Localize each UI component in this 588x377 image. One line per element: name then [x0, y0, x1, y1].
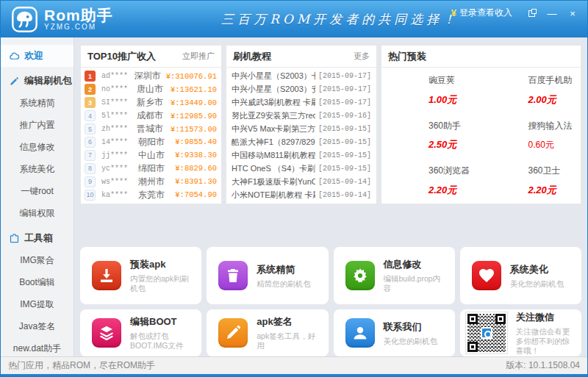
card-preinstall-apk[interactable]: 预装apk 内置您的apk到刷机包 — [80, 247, 201, 304]
preinstall-panel: 热门预装 豌豆荚1.00元 百度手机助2.00元 360助手2.50元 搜狗输入… — [381, 45, 581, 204]
sidebar-item-system-beautify[interactable]: 系统美化 — [1, 158, 74, 180]
tutorial-link[interactable]: 努比亚Z9安装第三方recovery教·[2015-09-16] — [226, 109, 376, 123]
tutorials-title: 刷机教程 — [233, 50, 271, 63]
close-button[interactable]: × — [564, 7, 581, 20]
slogan-text: 三百万ROM开发者的共同选择！ — [221, 11, 459, 28]
wechat-qr-code — [466, 312, 507, 353]
qr-center-logo — [481, 327, 492, 339]
tutorial-link[interactable]: HTC OneS （S4）卡刷第三方小··[2015-09-15] — [226, 162, 376, 175]
preinstall-offer[interactable]: 豌豆荚1.00元 — [381, 68, 481, 113]
sidebar-item-img-extract[interactable]: IMG提取 — [1, 293, 74, 315]
rank-badge: 5 — [85, 123, 96, 134]
trash-icon — [218, 261, 248, 290]
sidebar-item-edit-rom[interactable]: 编辑刷机包 — [1, 70, 74, 92]
sidebar-item-edit-permissions[interactable]: 编辑权限 — [1, 202, 74, 224]
sidebar: 欢迎 编辑刷机包 系统精简 推广内置 信息修改 系统美化 一键root 编辑权限… — [1, 37, 74, 356]
sidebar-item-system-trim[interactable]: 系统精简 — [1, 92, 74, 114]
skin-button[interactable] — [523, 7, 540, 20]
sidebar-item-java-sign[interactable]: Java签名 — [1, 315, 74, 337]
cloud-icon — [9, 51, 20, 62]
card-apk-sign[interactable]: apk签名 apk签名工具，好用 — [207, 309, 328, 356]
card-follow-wechat[interactable]: 关注微信 关注微信会有更多你想不到的惊喜哦！ — [460, 309, 581, 356]
preinstall-offer[interactable]: 360浏览器2.20元 — [381, 158, 481, 204]
sidebar-item-boot-edit[interactable]: Boot编辑 — [1, 271, 74, 293]
top10-row: 10ka****东莞市¥:7054.90 — [81, 188, 221, 201]
statusbar-slogan: 热门应用，精品ROM，尽在ROM助手 — [8, 359, 155, 372]
top10-row: 2no****唐山市¥:13621.10 — [81, 83, 221, 96]
version-label: 版本: 10.1.1508.04 — [506, 359, 580, 372]
mushroom-logo-icon — [11, 6, 38, 33]
top10-title: TOP10推广收入 — [87, 50, 156, 63]
sidebar-item-promo-embed[interactable]: 推广内置 — [1, 114, 74, 136]
rom-assistant-window: Rom助手 YZMG.COM 三百万ROM开发者的共同选择！ ¥ 登录查看收入 … — [0, 0, 588, 377]
pencil-icon — [218, 318, 248, 348]
login-label: 登录查看收入 — [459, 7, 512, 19]
rank-badge: 4 — [85, 110, 96, 121]
minimize-button[interactable]: — — [543, 7, 561, 20]
sidebar-item-one-key-root[interactable]: 一键root — [1, 180, 74, 202]
tutorial-link[interactable]: 小米NOTE刷机教程 卡刷第三方··[2015-09-14] — [226, 188, 376, 201]
tutorial-link[interactable]: 中兴V5 Max卡刷第三方小米MIU··[2015-09-15] — [226, 123, 376, 136]
tutorial-link[interactable]: 大神F1极速版卡刷YunOS系统教··[2015-09-14] — [226, 175, 376, 188]
sidebar-item-welcome[interactable]: 欢迎 — [1, 45, 74, 67]
tutorial-link[interactable]: 中兴小星星（S2003）安装第三··[2015-09-17] — [226, 83, 376, 96]
top10-row: 3SI****新乡市¥:13449.00 — [81, 96, 221, 109]
download-icon — [92, 261, 121, 290]
tutorial-link[interactable]: 中兴小星星（S2003）卡刷第三··[2015-09-17] — [226, 70, 376, 83]
minimize-icon: — — [548, 8, 557, 19]
app-domain: YZMG.COM — [44, 23, 113, 31]
top10-row: 1ad****深圳市¥:310076.91 — [81, 70, 221, 83]
tutorial-link[interactable]: 中兴威武3刷机教程 卡刷第三方·[2015-09-17] — [226, 96, 376, 109]
preinstall-offer[interactable]: 360卫士2.20元 — [481, 158, 581, 204]
app-logo: Rom助手 YZMG.COM — [11, 6, 113, 33]
heart-icon — [472, 261, 501, 290]
top10-row: 8yc****绵阳市¥:8829.60 — [81, 162, 221, 175]
top10-income-panel: TOP10推广收入 立即推广 1ad****深圳市¥:310076.91 2no… — [80, 45, 222, 204]
rank-badge: 2 — [85, 84, 96, 95]
preinstall-offer[interactable]: 搜狗输入法0.60元 — [481, 113, 581, 159]
pencil-icon — [9, 76, 20, 87]
top10-row: 5zh****晋城市¥:11573.00 — [81, 123, 221, 136]
titlebar: Rom助手 YZMG.COM 三百万ROM开发者的共同选择！ ¥ 登录查看收入 … — [1, 1, 587, 37]
card-edit-boot[interactable]: 编辑BOOT 解包或打包BOOT.IMG文件 — [80, 309, 201, 356]
rank-badge: 9 — [85, 176, 96, 187]
layers-icon — [92, 318, 121, 348]
rank-badge: 6 — [85, 137, 96, 148]
rank-badge: 1 — [85, 71, 96, 82]
sidebar-item-toolbox[interactable]: 工具箱 — [1, 227, 74, 249]
preinstall-offer[interactable]: 360助手2.50元 — [381, 113, 481, 159]
login-link[interactable]: ¥ 登录查看收入 — [451, 7, 512, 19]
sidebar-item-info-edit[interactable]: 信息修改 — [1, 136, 74, 158]
statusbar: 热门应用，精品ROM，尽在ROM助手 版本: 10.1.1508.04 — [1, 356, 587, 374]
gear-icon — [345, 261, 375, 290]
rank-badge: 8 — [85, 163, 96, 174]
tutorial-link[interactable]: 中国移动M811刷机教程 卡刷第··[2015-09-15] — [226, 148, 376, 162]
promote-now-link[interactable]: 立即推广 — [182, 51, 215, 62]
tutorials-panel: 刷机教程 更多 中兴小星星（S2003）卡刷第三··[2015-09-17] 中… — [226, 45, 377, 204]
sidebar-item-img-merge[interactable]: IMG聚合 — [1, 249, 74, 271]
preinstall-offer[interactable]: 百度手机助2.00元 — [481, 68, 581, 113]
toolbox-icon — [9, 233, 20, 244]
top10-row: 45l****成都市¥:12985.90 — [81, 109, 221, 123]
top10-row: 7jj****中山市¥:9338.30 — [81, 148, 221, 162]
rank-badge: 3 — [85, 97, 96, 108]
close-icon: × — [570, 8, 576, 19]
app-title: Rom助手 — [44, 7, 113, 23]
skin-icon — [528, 10, 535, 17]
card-system-beautify[interactable]: 系统美化 美化您的刷机包 — [460, 247, 581, 304]
preinstall-title: 热门预装 — [388, 50, 426, 63]
rank-badge: 10 — [85, 190, 96, 201]
person-icon — [345, 318, 375, 348]
window-bottom-edge — [1, 374, 587, 376]
main-content: TOP10推广收入 立即推广 1ad****深圳市¥:310076.91 2no… — [74, 37, 587, 356]
top10-row: 9ws****潮州市¥:8391.30 — [81, 175, 221, 188]
top10-row: 614****朝阳市¥:9855.40 — [81, 136, 221, 149]
card-system-trim[interactable]: 系统精简 精简您的刷机包 — [207, 247, 328, 304]
rank-badge: 7 — [85, 150, 96, 161]
card-contact-us[interactable]: 联系我们 美化您的刷机包 — [334, 309, 455, 356]
more-link[interactable]: 更多 — [354, 51, 370, 62]
card-info-edit[interactable]: 信息修改 编辑build.prop内容 — [334, 247, 455, 304]
tutorial-link[interactable]: 酷派大神F1（8297/8297w）卡刷·[2015-09-15] — [226, 136, 376, 149]
